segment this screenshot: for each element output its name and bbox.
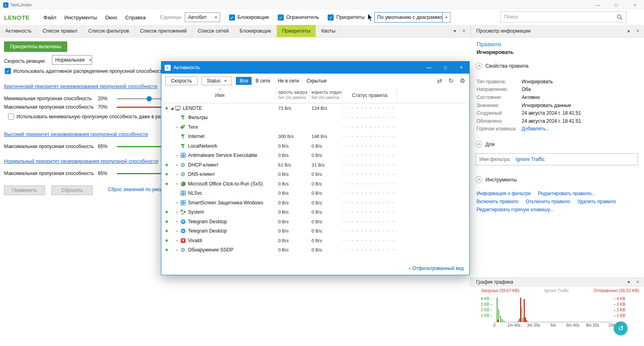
expand-icon[interactable]: ▸ [175,248,180,252]
expand-icon[interactable]: ▸ [175,163,180,167]
tab-2[interactable]: Список фильтров [83,25,134,37]
tab-7[interactable]: Квоты [316,25,341,37]
refresh-icon[interactable]: ↻ [448,77,454,84]
menu-toggle-2[interactable]: ✓Приоритеты [328,14,365,21]
expand-icon[interactable]: ▸ [175,173,180,176]
filtered-view-link[interactable]: › Отфильтрованный вид [409,266,464,271]
close-button[interactable]: × [625,0,644,10]
activity-row[interactable]: ▸Microsoft Office Click-to-Run (SxS)0 B/… [164,179,467,189]
dock-icon[interactable]: ⇄ [437,77,442,84]
tool-link[interactable]: Включить правило [477,198,518,206]
chart-mode-select[interactable]: По умолчанию с диаграммой [374,12,443,23]
tab-0[interactable]: Активность [0,25,37,37]
rule-properties-section-header[interactable]: Свойства правила [475,62,528,69]
tool-link[interactable]: Редактировать правило... [538,189,596,198]
tools-section-header[interactable]: Инструменты [475,176,517,183]
tab-1[interactable]: Список правил [37,25,83,37]
collapse-circle-icon[interactable] [475,141,482,148]
activity-filter-3[interactable]: Скрытые [303,77,330,85]
activity-row[interactable]: ▸DNS-клиент0 B/s0 B/s [164,170,467,179]
tab-6[interactable]: Приоритеты [277,25,316,37]
chart-mode-arrow-button[interactable]: ▾ [443,12,450,23]
property-value[interactable]: Добавлять... [522,126,550,132]
chevron-down-icon[interactable]: ▾ [627,28,630,34]
reset-defaults-link[interactable]: Сброс значений по умолч [108,187,165,192]
activity-filter-0[interactable]: Все [236,77,252,85]
activity-filter-1[interactable]: В сети [252,77,274,85]
status-dropdown[interactable]: Status ▾ [201,76,232,85]
tool-link[interactable]: Отключить правило [526,198,570,206]
dialog-maximize-button[interactable]: □ [437,62,453,74]
tool-link[interactable]: Информация о фильтре [477,189,531,198]
column-name[interactable]: ▴ Имя [164,87,276,103]
activity-row[interactable]: ◢LENOTE73 B/s124 B/s [164,103,467,113]
units-select[interactable]: Автобит ▾ [185,12,220,22]
menu-toggle-1[interactable]: ✓Ограничитель [278,14,319,21]
activity-row[interactable]: ▸Vivaldi0 B/s0 B/s [164,236,467,245]
expand-icon[interactable]: ▸ [175,239,180,242]
tool-link[interactable]: Удалить правило [578,198,616,206]
dialog-minimize-button[interactable]: — [421,62,437,74]
filter-name-value[interactable]: Ignore Traffic [516,157,545,162]
close-tab-icon[interactable]: × [462,28,465,34]
collapse-icon[interactable]: ◢ [169,106,175,110]
search-box[interactable] [500,11,626,23]
activity-row[interactable]: ▸Теги [164,122,467,132]
activity-row[interactable]: ▸Antimalware Service Executable0 B/s0 B/… [164,151,467,161]
expand-icon[interactable]: ▸ [175,229,180,233]
menu-item-0[interactable]: Файл [43,14,56,21]
search-input[interactable] [504,14,617,20]
activity-row[interactable]: ▸Обнаружение SSDP0 B/s0 B/s [164,245,467,255]
activity-row[interactable]: ▸SmartScreen Защитника Windows0 B/s0 B/s [164,198,467,208]
expand-icon[interactable]: ▸ [175,154,180,157]
activity-row[interactable]: ▸DHCP-клиент51 B/s31 B/s [164,160,467,170]
activity-filter-2[interactable]: Не в сети [274,77,303,85]
activity-row[interactable]: LocalNetwork0 B/s0 B/s [164,141,467,151]
collapse-circle-icon[interactable] [475,62,482,69]
settings-gear-icon[interactable]: ⚙ [460,77,465,84]
menu-item-1[interactable]: Инструменты [64,14,97,21]
chevron-down-icon[interactable]: ▾ [454,28,456,34]
tab-3[interactable]: Список приложений [135,25,192,37]
activity-row[interactable]: ▸System0 B/s0 B/s [164,208,467,217]
tab-4[interactable]: Список сетей [192,25,234,37]
tab-5[interactable]: Блокировщик [234,25,277,37]
reset-button[interactable]: Сбросить [52,185,93,195]
close-panel-icon[interactable]: × [636,28,639,34]
expand-icon[interactable]: ▸ [175,201,180,204]
column-rule-status[interactable]: Статус правила [343,87,397,103]
for-section-header[interactable]: Для [475,141,495,148]
idle-min-checkbox[interactable]: Использовать минимальную пропускную спос… [8,113,164,119]
expand-icon[interactable]: ▸ [175,182,180,185]
maximize-button[interactable]: □ [607,0,625,10]
column-upload[interactable]: корость отдач бит (по умолча [310,87,343,103]
close-panel-icon[interactable]: × [636,279,639,285]
reload-button[interactable]: ↺ [614,321,627,335]
activity-row[interactable]: Фильтры [164,113,467,123]
menu-item-3[interactable]: Справка [125,14,146,21]
upload-rate: 0 B/s [310,181,343,186]
menu-toggle-0[interactable]: ✓Блокировщик [229,14,269,21]
min-bandwidth-slider-thumb[interactable] [147,96,152,101]
chevron-down-icon[interactable]: ▾ [627,279,630,285]
column-download[interactable]: орость загруз бит (по умолча [276,87,310,103]
expand-icon[interactable]: ▸ [175,220,180,223]
activity-row[interactable]: NLSvc0 B/s0 B/s [164,189,467,198]
menu-item-2[interactable]: Окно [105,14,117,21]
dialog-close-button[interactable]: × [453,62,469,74]
tool-link[interactable]: Редактировать горячую клавишу... [477,206,553,214]
expand-icon[interactable]: ▸ [175,210,180,214]
activity-dialog-titlebar[interactable]: L Активность — □ × [161,62,469,74]
name-cell: ▸DNS-клиент [169,171,276,177]
minimize-button[interactable]: — [588,0,607,10]
collapse-circle-icon[interactable] [475,176,482,183]
activity-row[interactable]: ▸Telegram Desktop0 B/s0 B/s [164,217,467,227]
reaction-speed-select[interactable]: Нормальная ▾ [52,55,92,65]
adaptive-checkbox[interactable]: ✓ Использовать адаптивное распределение … [5,68,165,74]
priorities-enabled-button[interactable]: Приоритеты включены [4,41,67,52]
apply-button[interactable]: Применить [4,185,45,195]
activity-row[interactable]: ▸Telegram Desktop0 B/s0 B/s [164,227,467,236]
expand-icon[interactable]: ▸ [175,125,180,129]
speed-button[interactable]: Скорость [165,76,198,85]
activity-row[interactable]: Internet300 B/s148 B/s [164,132,467,142]
